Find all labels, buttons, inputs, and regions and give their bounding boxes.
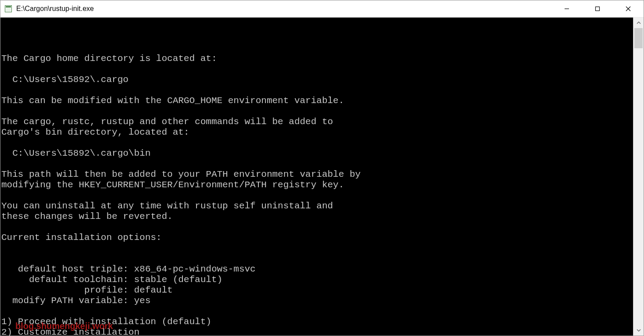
scrollbar-thumb[interactable] <box>634 28 643 48</box>
terminal-line: C:\Users\15892\.cargo <box>1 75 632 85</box>
terminal-line: Current installation options: <box>1 232 632 243</box>
terminal-line: default toolchain: stable (default) <box>1 275 632 285</box>
terminal-line <box>1 190 632 201</box>
terminal-line <box>1 138 632 148</box>
terminal-line <box>1 106 632 117</box>
scrollbar-track[interactable] <box>633 28 644 325</box>
terminal-line: modifying the HKEY_CURRENT_USER/Environm… <box>1 180 632 190</box>
terminal-line <box>1 64 632 75</box>
terminal-line: these changes will be reverted. <box>1 211 632 222</box>
terminal-line: C:\Users\15892\.cargo\bin <box>1 148 632 159</box>
terminal-line: The cargo, rustc, rustup and other comma… <box>1 117 632 127</box>
terminal-line: default host triple: x86_64-pc-windows-m… <box>1 264 632 275</box>
terminal-line <box>1 222 632 232</box>
terminal-line: This path will then be added to your PAT… <box>1 169 632 180</box>
terminal-line <box>1 243 632 254</box>
titlebar[interactable]: E:\Cargon\rustup-init.exe <box>0 0 644 18</box>
terminal-line: profile: default <box>1 285 632 296</box>
terminal-line: 1) Proceed with installation (default) <box>1 317 632 327</box>
window-title: E:\Cargon\rustup-init.exe <box>16 5 94 13</box>
svg-rect-2 <box>6 8 11 11</box>
maximize-button[interactable] <box>582 0 613 17</box>
terminal-line: The Cargo home directory is located at: <box>1 54 632 64</box>
close-button[interactable] <box>613 0 644 17</box>
terminal-line <box>1 85 632 96</box>
app-icon <box>5 5 12 12</box>
window-controls <box>551 0 644 17</box>
terminal-line: Cargo's bin directory, located at: <box>1 127 632 138</box>
terminal-line: 2) Customize installation <box>1 327 632 336</box>
terminal-line <box>1 254 632 264</box>
svg-rect-4 <box>596 7 600 11</box>
vertical-scrollbar[interactable] <box>633 18 644 336</box>
terminal-line: This can be modified with the CARGO_HOME… <box>1 96 632 106</box>
terminal-output[interactable]: The Cargo home directory is located at: … <box>0 18 633 336</box>
minimize-button[interactable] <box>551 0 582 17</box>
client-area: The Cargo home directory is located at: … <box>0 18 644 336</box>
terminal-line: You can uninstall at any time with rustu… <box>1 201 632 211</box>
svg-rect-1 <box>6 6 11 7</box>
terminal-line <box>1 306 632 317</box>
terminal-line <box>1 159 632 169</box>
scroll-down-button[interactable] <box>633 325 644 336</box>
app-window: E:\Cargon\rustup-init.exe The Cargo home… <box>0 0 644 336</box>
scroll-up-button[interactable] <box>633 18 644 28</box>
terminal-line: modify PATH variable: yes <box>1 296 632 306</box>
